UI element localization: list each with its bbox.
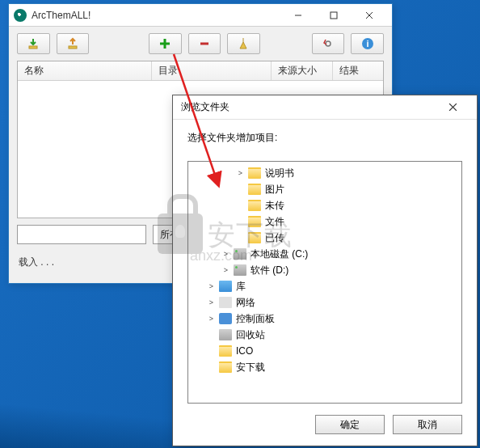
expand-icon[interactable]: > [208, 315, 215, 323]
expand-icon[interactable] [237, 218, 244, 226]
folder-icon [248, 216, 261, 227]
tree-item-label: 已传 [265, 231, 284, 245]
expand-icon[interactable] [208, 348, 215, 355]
maximize-button[interactable] [316, 5, 352, 26]
tree-item-label: 库 [236, 280, 246, 294]
tree-item[interactable]: >本地磁盘 (C:) [188, 246, 461, 262]
toolbar: i [9, 27, 392, 61]
tree-item[interactable]: >网络 [188, 294, 461, 311]
dialog-close-button[interactable] [436, 96, 469, 119]
col-result[interactable]: 结果 [333, 61, 383, 80]
tree-item-label: 文件 [265, 215, 284, 229]
tree-item-label: 软件 (D:) [251, 264, 288, 277]
col-size[interactable]: 来源大小 [272, 61, 333, 80]
expand-icon[interactable] [237, 235, 244, 242]
tree-item[interactable]: 回收站 [188, 327, 461, 343]
recycle-icon [219, 329, 232, 340]
app-title: ArcThemALL! [32, 10, 280, 21]
expand-icon[interactable]: > [222, 267, 229, 274]
expand-icon[interactable]: > [208, 283, 215, 290]
ok-button[interactable]: 确定 [315, 415, 385, 434]
folder-icon [248, 184, 261, 195]
svg-rect-1 [331, 12, 337, 19]
cancel-button[interactable]: 取消 [393, 415, 462, 434]
window-controls [280, 5, 387, 26]
dialog-title: 浏览文件夹 [181, 100, 436, 114]
lib-icon [219, 281, 232, 292]
tree-item-label: 安下载 [236, 361, 265, 374]
tree-item[interactable]: ICO [188, 343, 461, 359]
drive-icon [234, 264, 246, 276]
import-button[interactable] [17, 33, 50, 54]
tree-item[interactable]: >库 [188, 278, 461, 294]
svg-rect-4 [29, 46, 37, 49]
tree-item-label: 回收站 [236, 328, 265, 342]
info-button[interactable]: i [351, 33, 384, 54]
folder-tree[interactable]: >说明书图片未传文件已传>本地磁盘 (C:)>软件 (D:)>库>网络>控制面板… [187, 161, 462, 404]
table-header: 名称 目录 来源大小 结果 [18, 61, 383, 81]
tree-item[interactable]: 安下载 [188, 359, 461, 375]
drive-icon [234, 248, 246, 260]
svg-text:i: i [366, 39, 368, 49]
svg-rect-6 [200, 43, 208, 45]
expand-icon[interactable]: > [208, 299, 215, 306]
expand-icon[interactable]: > [222, 251, 229, 258]
dialog-prompt: 选择文件夹增加项目: [173, 120, 477, 153]
folder-icon [248, 200, 261, 211]
titlebar: ArcThemALL! [9, 4, 392, 27]
folder-icon [248, 167, 261, 179]
tree-item[interactable]: 文件 [188, 213, 461, 230]
expand-icon[interactable] [208, 364, 215, 371]
tree-item[interactable]: >软件 (D:) [188, 262, 461, 278]
expand-icon[interactable] [237, 202, 244, 209]
dialog-buttons: 确定 取消 [173, 404, 477, 446]
add-button[interactable] [149, 33, 182, 54]
tree-item-label: 网络 [236, 296, 255, 310]
close-button[interactable] [352, 5, 387, 26]
tree-item[interactable]: 已传 [188, 230, 461, 246]
dialog-titlebar: 浏览文件夹 [173, 95, 477, 120]
tree-item-label: 控制面板 [236, 312, 275, 326]
tree-item-label: 未传 [265, 199, 284, 213]
svg-point-7 [326, 41, 331, 46]
tree-item[interactable]: 未传 [188, 197, 461, 213]
settings-button[interactable] [312, 33, 345, 54]
tree-item-label: 本地磁盘 (C:) [251, 247, 308, 261]
col-dir[interactable]: 目录 [152, 61, 272, 80]
tree-item[interactable]: >说明书 [188, 165, 461, 181]
browse-folder-dialog: 浏览文件夹 选择文件夹增加项目: >说明书图片未传文件已传>本地磁盘 (C:)>… [172, 95, 478, 446]
tree-item-label: ICO [236, 345, 253, 357]
cp-icon [219, 313, 232, 324]
net-icon [219, 297, 232, 308]
svg-rect-5 [69, 46, 77, 49]
folder-icon [219, 361, 232, 373]
tree-item[interactable]: >控制面板 [188, 311, 461, 327]
tree-item-label: 说明书 [265, 167, 294, 180]
folder-icon [219, 345, 232, 357]
minimize-button[interactable] [280, 5, 316, 26]
expand-icon[interactable] [208, 332, 215, 339]
expand-icon[interactable]: > [237, 170, 244, 177]
expand-icon[interactable] [237, 186, 244, 193]
export-button[interactable] [57, 33, 90, 54]
folder-icon [248, 232, 261, 243]
tree-item[interactable]: 图片 [188, 181, 461, 197]
remove-button[interactable] [188, 33, 221, 54]
col-name[interactable]: 名称 [18, 61, 152, 80]
clear-button[interactable] [227, 33, 260, 54]
tree-item-label: 图片 [265, 183, 284, 197]
app-icon [14, 9, 27, 22]
filter-input[interactable] [17, 225, 146, 244]
